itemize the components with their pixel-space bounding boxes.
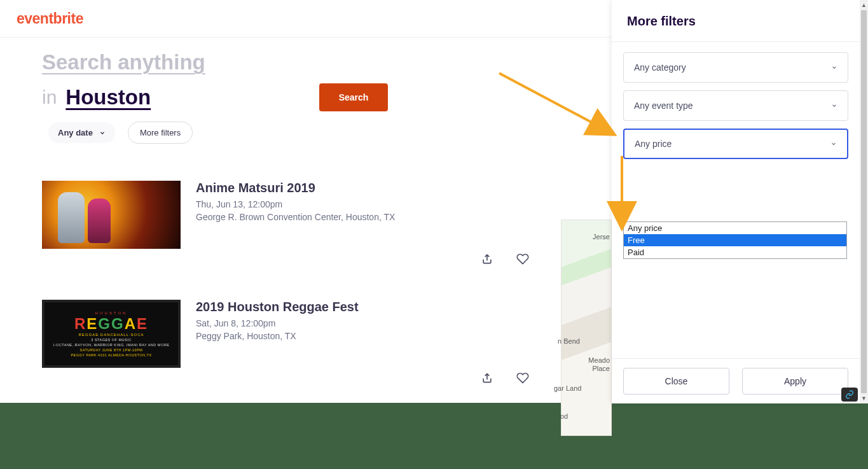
- event-card[interactable]: HOUSTON REGGAE REGGAE·DANCEHALL·SOCA 3 S…: [42, 300, 525, 368]
- close-button[interactable]: Close: [623, 368, 729, 395]
- map-label: n Bend: [558, 337, 580, 345]
- map-label: Meado: [588, 356, 610, 364]
- scroll-down-button[interactable]: ▼: [860, 393, 868, 403]
- chevron-down-icon: [831, 102, 837, 109]
- event-thumbnail: HOUSTON REGGAE REGGAE·DANCEHALL·SOCA 3 S…: [42, 300, 181, 368]
- price-select-label: Any price: [635, 139, 672, 149]
- price-option-paid[interactable]: Paid: [624, 246, 846, 258]
- apply-button[interactable]: Apply: [742, 368, 848, 395]
- share-icon[interactable]: [481, 372, 493, 384]
- price-option-free[interactable]: Free: [624, 234, 846, 246]
- location-input[interactable]: Houston: [65, 85, 151, 109]
- share-icon[interactable]: [481, 253, 493, 265]
- map-label: od: [560, 412, 568, 420]
- event-card[interactable]: Anime Matsuri 2019 Thu, Jun 13, 12:00pm …: [42, 181, 525, 249]
- scroll-up-button[interactable]: ▲: [860, 0, 868, 10]
- event-thumbnail: [42, 181, 181, 249]
- map-preview[interactable]: Jerse n Bend Meado Place gar Land od: [561, 220, 612, 436]
- heart-icon[interactable]: [516, 253, 529, 265]
- map-label: Jerse: [593, 233, 610, 241]
- price-select[interactable]: Any price: [623, 129, 848, 159]
- scroll-thumb[interactable]: [861, 10, 867, 393]
- chevron-down-icon: [830, 141, 837, 147]
- event-venue: George R. Brown Convention Center, Houst…: [196, 212, 525, 222]
- event-date: Thu, Jun 13, 12:00pm: [196, 199, 525, 209]
- brand-logo[interactable]: eventbrite: [17, 10, 83, 27]
- event-date: Sat, Jun 8, 12:00pm: [196, 318, 525, 328]
- price-dropdown: Any price Free Paid: [623, 221, 847, 259]
- chevron-down-icon: [831, 64, 837, 71]
- footer-band: [0, 403, 868, 469]
- price-option-any[interactable]: Any price: [624, 222, 846, 234]
- more-filters-pill[interactable]: More filters: [128, 122, 193, 144]
- any-date-label: Any date: [58, 128, 93, 137]
- category-select-label: Any category: [634, 62, 686, 73]
- more-filters-panel: More filters Any category Any event type…: [612, 0, 860, 403]
- category-select[interactable]: Any category: [623, 52, 848, 83]
- in-label: in: [42, 87, 57, 108]
- any-date-pill[interactable]: Any date: [48, 122, 115, 143]
- map-label: gar Land: [554, 384, 581, 392]
- search-input-placeholder[interactable]: Search anything: [42, 50, 205, 74]
- event-type-select-label: Any event type: [634, 101, 693, 111]
- search-button[interactable]: Search: [319, 83, 388, 111]
- panel-title: More filters: [627, 14, 844, 29]
- event-title: Anime Matsuri 2019: [196, 181, 525, 195]
- map-label: Place: [592, 365, 610, 372]
- event-venue: Peggy Park, Houston, TX: [196, 331, 525, 341]
- event-type-select[interactable]: Any event type: [623, 90, 848, 121]
- chevron-down-icon: [99, 130, 106, 136]
- vertical-scrollbar[interactable]: ▲ ▼: [860, 0, 868, 403]
- event-title: 2019 Houston Reggae Fest: [196, 300, 525, 314]
- heart-icon[interactable]: [516, 372, 529, 384]
- link-chip-icon[interactable]: [841, 388, 858, 402]
